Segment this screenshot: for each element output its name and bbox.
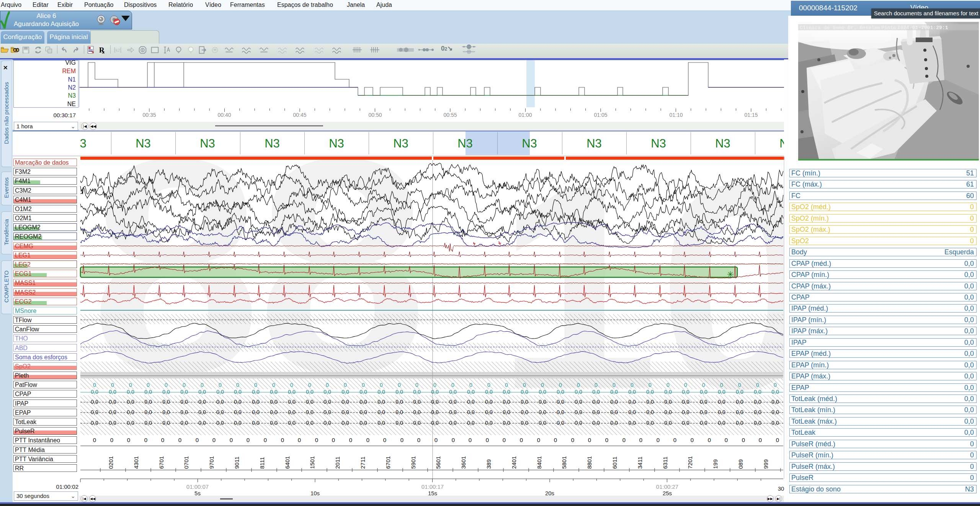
svg-text:6701: 6701 bbox=[385, 456, 391, 469]
svg-text:0: 0 bbox=[308, 382, 311, 388]
svg-text:0,0: 0,0 bbox=[664, 399, 672, 405]
svg-text:0,0: 0,0 bbox=[431, 409, 439, 415]
svg-text:0: 0 bbox=[400, 437, 403, 443]
svg-text:1501: 1501 bbox=[309, 456, 315, 469]
svg-text:389: 389 bbox=[485, 459, 492, 469]
svg-text:0201: 0201 bbox=[108, 456, 114, 469]
svg-text:0,0: 0,0 bbox=[700, 409, 707, 415]
svg-text:0,0: 0,0 bbox=[377, 420, 385, 426]
svg-text:0: 0 bbox=[503, 437, 506, 443]
svg-text:0: 0 bbox=[110, 437, 113, 443]
svg-text:0,0: 0,0 bbox=[162, 389, 170, 395]
svg-text:0: 0 bbox=[505, 382, 508, 388]
svg-text:0: 0 bbox=[344, 382, 347, 388]
svg-text:6701: 6701 bbox=[158, 456, 165, 469]
svg-text:0: 0 bbox=[236, 382, 239, 388]
svg-text:✳: ✳ bbox=[727, 270, 734, 279]
svg-text:199: 199 bbox=[712, 459, 719, 469]
svg-text:0,0: 0,0 bbox=[503, 420, 510, 426]
svg-text:0,0: 0,0 bbox=[718, 389, 725, 395]
svg-text:0: 0 bbox=[738, 382, 741, 388]
svg-text:0,0: 0,0 bbox=[771, 399, 779, 405]
svg-text:0,0: 0,0 bbox=[109, 409, 116, 415]
svg-text:0: 0 bbox=[622, 437, 626, 443]
svg-text:0,0: 0,0 bbox=[736, 389, 743, 395]
svg-text:0,0: 0,0 bbox=[539, 409, 546, 415]
svg-text:0,0: 0,0 bbox=[592, 409, 600, 415]
svg-text:0,0: 0,0 bbox=[521, 399, 528, 405]
svg-text:9701: 9701 bbox=[208, 456, 215, 469]
svg-text:6011: 6011 bbox=[611, 457, 618, 469]
svg-text:0,0: 0,0 bbox=[592, 420, 600, 426]
svg-text:0: 0 bbox=[326, 382, 329, 388]
svg-text:0: 0 bbox=[165, 382, 168, 388]
svg-text:0,0: 0,0 bbox=[557, 409, 564, 415]
svg-text:0,0: 0,0 bbox=[485, 389, 493, 395]
svg-text:0,0: 0,0 bbox=[557, 389, 564, 395]
svg-text:0,0: 0,0 bbox=[91, 399, 98, 405]
svg-text:0,0: 0,0 bbox=[198, 389, 206, 395]
svg-text:0,0: 0,0 bbox=[592, 399, 600, 405]
svg-text:0,0: 0,0 bbox=[771, 420, 779, 426]
svg-text:0: 0 bbox=[630, 382, 634, 388]
svg-text:0: 0 bbox=[196, 437, 199, 443]
svg-text:0,0: 0,0 bbox=[521, 409, 528, 415]
svg-text:0,0: 0,0 bbox=[557, 399, 564, 405]
svg-text:0: 0 bbox=[666, 382, 670, 388]
svg-text:0,0: 0,0 bbox=[288, 389, 296, 395]
svg-text:0,0: 0,0 bbox=[91, 420, 98, 426]
svg-text:0: 0 bbox=[111, 382, 114, 388]
svg-text:0,0: 0,0 bbox=[288, 399, 296, 405]
svg-text:0,0: 0,0 bbox=[234, 389, 242, 395]
svg-text:0,0: 0,0 bbox=[216, 420, 224, 426]
svg-text:Clínica do Sono Dr. Anselmo Pi: Clínica do Sono Dr. Anselmo Pinto 2024-0… bbox=[800, 25, 948, 31]
svg-text:0: 0 bbox=[725, 437, 728, 443]
svg-text:0,0: 0,0 bbox=[359, 399, 367, 405]
svg-text:0: 0 bbox=[452, 437, 455, 443]
svg-text:0: 0 bbox=[657, 437, 660, 443]
svg-text:0,0: 0,0 bbox=[109, 399, 116, 405]
svg-text:0,0: 0,0 bbox=[234, 399, 242, 405]
svg-text:0,0: 0,0 bbox=[682, 409, 689, 415]
svg-text:0: 0 bbox=[383, 437, 386, 443]
svg-text:01:00:17: 01:00:17 bbox=[421, 483, 444, 490]
svg-text:0: 0 bbox=[577, 382, 580, 388]
svg-text:0,0: 0,0 bbox=[467, 389, 475, 395]
svg-text:0,0: 0,0 bbox=[539, 420, 546, 426]
svg-text:0: 0 bbox=[219, 382, 222, 388]
svg-text:0: 0 bbox=[264, 437, 267, 443]
svg-text:8111: 8111 bbox=[259, 457, 265, 469]
svg-text:0,0: 0,0 bbox=[234, 420, 242, 426]
svg-text:3601: 3601 bbox=[460, 456, 467, 469]
svg-text:0,0: 0,0 bbox=[144, 409, 152, 415]
svg-text:0,0: 0,0 bbox=[341, 389, 349, 395]
svg-text:0: 0 bbox=[774, 382, 777, 388]
svg-text:0,0: 0,0 bbox=[323, 420, 331, 426]
svg-text:0: 0 bbox=[298, 437, 301, 443]
svg-text:0,0: 0,0 bbox=[180, 420, 188, 426]
svg-text:0,0: 0,0 bbox=[198, 409, 206, 415]
svg-text:01:00:07: 01:00:07 bbox=[186, 483, 209, 490]
svg-text:0: 0 bbox=[559, 382, 562, 388]
svg-text:0,0: 0,0 bbox=[628, 399, 636, 405]
svg-text:0: 0 bbox=[612, 382, 616, 388]
svg-text:0: 0 bbox=[332, 437, 335, 443]
svg-text:0,0: 0,0 bbox=[485, 420, 493, 426]
svg-text:0,0: 0,0 bbox=[127, 399, 134, 405]
svg-text:0,0: 0,0 bbox=[323, 409, 331, 415]
svg-text:5901: 5901 bbox=[410, 456, 416, 469]
svg-text:0,0: 0,0 bbox=[377, 389, 385, 395]
svg-text:0,0: 0,0 bbox=[234, 409, 242, 415]
svg-text:0,0: 0,0 bbox=[288, 409, 296, 415]
svg-text:0,0: 0,0 bbox=[539, 389, 546, 395]
svg-text:0,0: 0,0 bbox=[754, 420, 761, 426]
svg-text:0,0: 0,0 bbox=[628, 389, 636, 395]
svg-text:30: 30 bbox=[778, 485, 784, 492]
svg-text:0,0: 0,0 bbox=[664, 420, 672, 426]
svg-text:0,0: 0,0 bbox=[323, 389, 331, 395]
svg-text:0: 0 bbox=[588, 437, 591, 443]
svg-text:0: 0 bbox=[684, 382, 687, 388]
svg-text:0,0: 0,0 bbox=[162, 420, 170, 426]
svg-text:0,0: 0,0 bbox=[754, 409, 761, 415]
svg-text:0,0: 0,0 bbox=[91, 389, 98, 395]
